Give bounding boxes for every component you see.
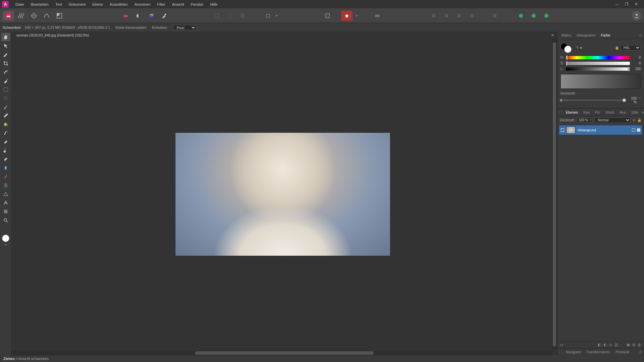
color-preview-strip[interactable] [560, 74, 641, 89]
order-backward-icon[interactable] [441, 11, 452, 21]
color-opacity-slider[interactable] [560, 100, 625, 101]
layer-action-a-icon[interactable]: ▭ [560, 343, 563, 347]
window-minimize-icon[interactable]: — [614, 2, 620, 7]
text-tool-icon[interactable] [1, 198, 10, 207]
menu-text[interactable]: Text [52, 1, 65, 8]
document-tab-close-icon[interactable]: ✕ [551, 33, 554, 37]
liquify-persona-icon[interactable] [15, 11, 27, 21]
menu-auswaehlen[interactable]: Auswählen [106, 1, 131, 8]
tab-histogramm[interactable]: Histogramm [574, 32, 598, 38]
paint-brush-tool-icon[interactable] [1, 103, 10, 111]
fx-icon[interactable]: fx [609, 343, 612, 347]
primary-color-well[interactable] [564, 46, 572, 53]
layer-checkbox-icon[interactable] [561, 128, 564, 132]
quickmask-icon[interactable] [263, 11, 273, 21]
crop-tool-icon[interactable] [1, 59, 10, 67]
selection-new-icon[interactable] [211, 11, 223, 21]
alignment-icon[interactable] [489, 11, 500, 21]
tab-anp[interactable]: Anp [617, 109, 628, 115]
tab-ebenen[interactable]: Ebenen [564, 109, 580, 115]
vertical-scrollbar[interactable] [552, 39, 557, 350]
move-tool-icon[interactable] [1, 42, 10, 50]
eyedropper-icon[interactable]: ✎ [576, 46, 579, 50]
mask-icon[interactable]: ◧ [598, 343, 601, 347]
lock-transparency-icon[interactable]: 🔒 [615, 46, 619, 50]
order-front-icon[interactable] [466, 11, 478, 21]
shape-tool-icon[interactable] [1, 190, 10, 198]
selection-brush-tool-icon[interactable] [1, 68, 10, 76]
hue-slider[interactable] [566, 56, 630, 59]
gradient-tool-icon[interactable] [1, 129, 10, 137]
order-back-icon[interactable] [428, 11, 439, 21]
account-icon[interactable] [632, 11, 641, 20]
menu-dokument[interactable]: Dokument [65, 1, 89, 8]
blend-mode-select[interactable]: Normal [594, 117, 631, 123]
menu-filter[interactable]: Filter [154, 1, 169, 8]
layer-link-icon[interactable] [632, 128, 635, 132]
link-icon[interactable] [372, 11, 383, 21]
menu-hilfe[interactable]: Hilfe [207, 1, 221, 8]
hand-tool-icon[interactable] [1, 33, 10, 41]
snap-b-icon[interactable] [528, 11, 539, 21]
marquee-tool-icon[interactable] [1, 85, 10, 94]
layer-visible-icon[interactable] [637, 128, 640, 132]
tab-navigator[interactable]: Navigator [564, 349, 583, 355]
lightness-slider[interactable] [566, 67, 630, 71]
tab-transformieren[interactable]: Transformieren [584, 349, 612, 355]
selection-intersect-icon[interactable] [237, 11, 248, 21]
new-layer-icon[interactable]: ⊞ [632, 343, 635, 347]
tab-stock[interactable]: Stock [603, 109, 616, 115]
delete-layer-icon[interactable]: 🗑 [638, 343, 641, 347]
zoom-tool-icon[interactable] [1, 216, 10, 224]
view-tool-icon[interactable] [1, 50, 10, 59]
freehand-select-tool-icon[interactable] [1, 94, 10, 102]
photo-persona-icon[interactable] [3, 11, 14, 21]
assistant-icon[interactable] [341, 11, 353, 21]
color-panel-menu-icon[interactable]: ≡ [639, 33, 642, 37]
layers-panel-menu-icon[interactable]: ≡ [641, 110, 644, 114]
menu-ebene[interactable]: Ebene [89, 1, 106, 8]
saturation-slider[interactable] [566, 62, 630, 65]
document-image[interactable] [175, 133, 390, 256]
menu-anordnen[interactable]: Anordnen [131, 1, 154, 8]
swap-colors-icon[interactable]: ⇄ [4, 243, 7, 246]
window-close-icon[interactable]: ✕ [633, 2, 639, 7]
menu-ansicht[interactable]: Ansicht [169, 1, 187, 8]
erase-tool-icon[interactable] [1, 137, 10, 146]
layer-fx-icon[interactable]: ⚙ [633, 118, 636, 122]
mesh-tool-icon[interactable] [1, 207, 10, 216]
merge-icon[interactable]: ▥ [614, 343, 618, 347]
menu-datei[interactable]: Datei [12, 1, 28, 8]
tab-pin[interactable]: Pin [593, 109, 602, 115]
group-icon[interactable]: ▣ [627, 343, 630, 347]
menu-bearbeiten[interactable]: Bearbeiten [28, 1, 52, 8]
panel-dock-icon-b[interactable]: ⸬ [559, 350, 561, 354]
fill-tool-icon[interactable] [1, 120, 10, 128]
tab-makro[interactable]: Makro [559, 32, 574, 38]
quickmask-dropdown-icon[interactable]: ▼ [275, 14, 278, 17]
autocolor-icon[interactable] [146, 11, 157, 21]
heal-tool-icon[interactable] [1, 155, 10, 163]
color-opacity-value[interactable]: 100 % [627, 96, 641, 104]
units-select[interactable]: Pixel [173, 25, 196, 30]
bottom-panel-menu-icon[interactable]: ≡ [639, 350, 642, 354]
adjustment-icon[interactable]: ◐ [603, 343, 607, 347]
selection-add-icon[interactable] [224, 11, 235, 21]
document-tab[interactable]: woman-1919143_640.jpg [Geändert] (100,0%… [14, 32, 92, 38]
autolevel-icon[interactable] [120, 11, 131, 21]
clone-tool-icon[interactable] [1, 146, 10, 155]
layer-row-hintergrund[interactable]: Hintergrund [559, 125, 642, 135]
color-mode-select[interactable]: HSL [620, 45, 641, 51]
export-persona-icon[interactable] [54, 11, 65, 21]
palette-dot-icon[interactable]: ● [580, 46, 582, 50]
snap-a-icon[interactable] [515, 11, 527, 21]
tab-kan[interactable]: Kan [581, 109, 592, 115]
menu-fenster[interactable]: Fenster [187, 1, 207, 8]
flood-select-tool-icon[interactable] [1, 76, 10, 85]
window-maximize-icon[interactable]: ❐ [624, 2, 629, 7]
dodge-tool-icon[interactable] [1, 164, 10, 172]
tab-stile[interactable]: Stile [629, 109, 640, 115]
horizontal-scrollbar[interactable] [11, 351, 552, 355]
pixel-tool-icon[interactable] [1, 111, 10, 120]
retouch-tool-icon[interactable] [1, 172, 10, 181]
